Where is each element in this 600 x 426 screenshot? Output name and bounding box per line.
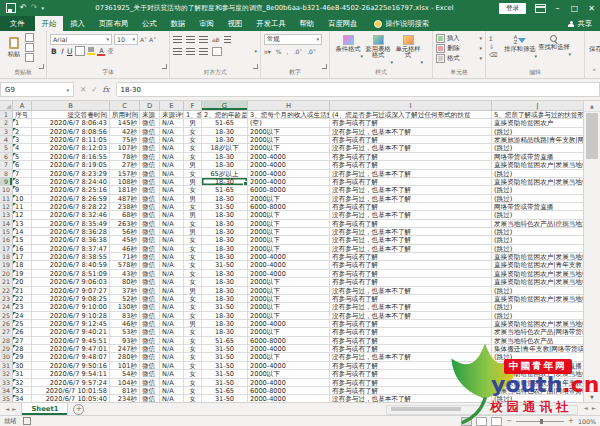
cell-E24[interactable]: N/A [160,303,184,311]
cell-D27[interactable]: 微信 [140,328,160,336]
sheet-nav-left-icon[interactable]: ◄ [5,406,9,412]
cell-E12[interactable]: N/A [160,203,184,211]
zoom-slider-thumb[interactable] [540,419,543,424]
cell-A31[interactable]: 30 [13,362,32,370]
cell-F21[interactable]: 女 [184,278,202,286]
scroll-down-icon[interactable]: ▼ [584,391,600,402]
cell-B30[interactable]: 2020/6/7 9:48:07 [32,353,110,361]
cell-E32[interactable]: N/A [160,370,184,378]
cell-D31[interactable]: 微信 [140,362,160,370]
ribbon-tab-插入[interactable]: 插入 [63,16,92,31]
cell-H24[interactable]: 2000以下 [248,303,330,311]
merge-dropdown-icon[interactable]: ▾ [254,48,257,54]
cell-A24[interactable]: 23 [13,303,32,311]
cell-H23[interactable]: 2000以下 [248,295,330,303]
cell-H18[interactable]: 2000-4000 [248,253,330,261]
cell-A30[interactable]: 29 [13,353,32,361]
format-as-table-button[interactable]: 套用表格格式▾ [363,33,393,65]
cell-F15[interactable]: 男 [184,228,202,236]
cell-B2[interactable]: 2020/6/7 8:06:43 [32,119,110,127]
cell-J9[interactable]: 直接资助给贫困农户|发展当地特色农产品 [492,178,584,186]
cell-B14[interactable]: 2020/6/7 8:35:49 [32,220,110,228]
cell-E22[interactable]: N/A [160,287,184,295]
number-format-select[interactable]: 常规▾ [264,34,322,45]
cell-G10[interactable]: 51-65 [202,186,248,194]
cell-B7[interactable]: 2020/6/7 8:19:05 [32,161,110,169]
cell-H1[interactable]: 3、您每个月的收入或生活费是？ [248,111,330,119]
cell-E13[interactable]: N/A [160,211,184,219]
cell-C12[interactable]: 238秒 [110,203,140,211]
col-header-E[interactable]: E [160,101,184,111]
number-dialog-launcher[interactable] [322,64,327,69]
cell-J4[interactable]: 发展旅游精品线路|青年支教|网络带货或带货直播 [492,136,584,144]
alignment-dialog-launcher[interactable] [253,64,258,69]
cell-I20[interactable]: 有参与或有了解 [330,270,492,278]
col-header-G[interactable]: G [202,101,248,111]
cell-F3[interactable]: 女 [184,128,202,136]
cell-G5[interactable]: 18岁以下 [202,144,248,152]
font-color-icon[interactable]: A [97,47,105,56]
cell-J11[interactable]: (跳过) [492,195,584,203]
cell-C35[interactable]: 234秒 [110,395,140,402]
cell-J14[interactable]: 发展当地特色农产品|挖掘当地文化遗产进行文创| [492,220,584,228]
cell-D26[interactable]: 微信 [140,320,160,328]
cell-D35[interactable]: 微信 [140,395,160,402]
cell-C33[interactable]: 104秒 [110,379,140,387]
cell-J2[interactable]: 直接资助给贫困农户 [492,119,584,127]
cell-H27[interactable]: 2000以下 [248,328,330,336]
cell-J5[interactable]: (跳过) [492,144,584,152]
cell-C19[interactable]: 578秒 [110,261,140,269]
cell-I34[interactable]: 有参与或有了解 [330,387,492,395]
cell-B21[interactable]: 2020/6/7 9:06:03 [32,278,110,286]
cell-A32[interactable]: 31 [13,370,32,378]
bold-button[interactable]: B [50,47,58,56]
cell-B24[interactable]: 2020/6/7 9:10:00 [32,303,110,311]
cell-B31[interactable]: 2020/6/7 9:50:16 [32,362,110,370]
align-left-icon[interactable] [173,48,182,55]
cell-C15[interactable]: 56秒 [110,228,140,236]
cell-I2[interactable]: 有参与或有了解 [330,119,492,127]
cell-H22[interactable]: 2000以下 [248,287,330,295]
cell-A19[interactable]: 18 [13,261,32,269]
cell-F2[interactable]: 男 [184,119,202,127]
cell-F8[interactable]: 女 [184,170,202,178]
tell-me-search[interactable]: 操作说明搜索 [374,16,429,31]
row-number-4[interactable]: 4 [0,136,13,144]
row-number-32[interactable]: 32 [0,370,13,378]
cell-B15[interactable]: 2020/6/7 8:36:28 [32,228,110,236]
cell-A33[interactable]: 32 [13,379,32,387]
cell-A35[interactable]: 34 [13,395,32,402]
find-select-button[interactable]: 查找和选择▾ [537,33,571,59]
cell-H3[interactable]: 2000以下 [248,128,330,136]
cell-J27[interactable]: 发展当地特色农产品|网络带货或带货直播 [492,328,584,336]
cell-E5[interactable]: N/A [160,144,184,152]
cell-F28[interactable]: 女 [184,337,202,345]
cell-B4[interactable]: 2020/6/7 8:11:05 [32,136,110,144]
ribbon-tab-数据[interactable]: 数据 [164,16,193,31]
insert-cells-button[interactable]: 插入▾ [436,33,482,43]
row-number-10[interactable]: 10 [0,186,13,194]
paste-button[interactable]: 粘贴 [3,33,25,62]
cell-F33[interactable]: 女 [184,379,202,387]
cell-D18[interactable]: 微信 [140,253,160,261]
row-number-3[interactable]: 3 [0,128,13,136]
cell-D24[interactable]: 微信 [140,303,160,311]
cell-F24[interactable]: 女 [184,303,202,311]
cell-A18[interactable]: 17 [13,253,32,261]
cell-E27[interactable]: N/A [160,328,184,336]
cell-A6[interactable]: 5 [13,153,32,161]
cell-C23[interactable]: 52秒 [110,295,140,303]
cell-I8[interactable]: 没有参与过，也基本不了解 [330,170,492,178]
cell-D23[interactable]: 微信 [140,295,160,303]
fill-icon[interactable]: ⇩ [489,43,503,50]
cell-C8[interactable]: 157秒 [110,170,140,178]
row-number-12[interactable]: 12 [0,203,13,211]
cell-H35[interactable]: 2000-4000 [248,395,330,402]
cell-D15[interactable]: 微信 [140,228,160,236]
zoom-in-icon[interactable]: + [568,417,574,425]
cell-I13[interactable]: 没有参与过，也基本不了解 [330,211,492,219]
vertical-scrollbar[interactable]: ▲ ▼ [583,101,600,402]
cell-A20[interactable]: 19 [13,270,32,278]
cell-A11[interactable]: 10 [13,195,32,203]
redo-icon[interactable]: ↷ [31,4,38,12]
